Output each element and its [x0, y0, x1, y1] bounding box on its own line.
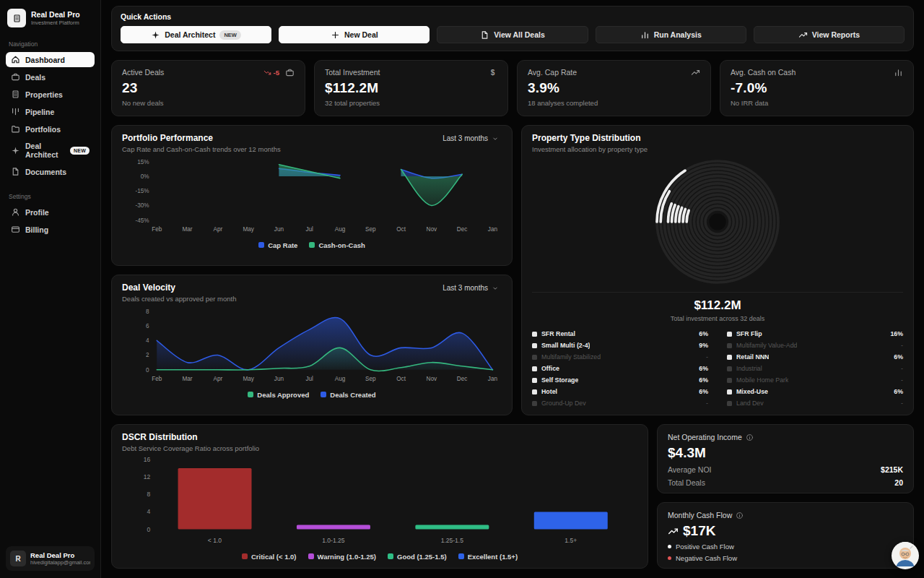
svg-text:15%: 15% [137, 159, 149, 165]
sidebar-user-card[interactable]: R Real Deal Pro hivedigitalapp@gmail.com [6, 546, 95, 571]
trend-up-icon [668, 526, 679, 537]
cashflow-legend-positive-cash-flow: Positive Cash Flow [668, 543, 903, 551]
sidebar-item-label: Portfolios [25, 125, 61, 134]
legend-swatch [242, 553, 248, 559]
property-legend-item-sfr-rental: SFR Rental6% [532, 328, 708, 340]
quick-action-label: View Reports [812, 30, 860, 39]
property-total-label: Total investment across 32 deals [532, 315, 903, 322]
svg-text:Dec: Dec [457, 226, 468, 233]
legend-swatch [727, 355, 732, 360]
stat-card-avg-cap-rate: Avg. Cap Rate 3.9% 18 analyses completed [517, 60, 711, 116]
portfolio-range-select[interactable]: Last 3 months [440, 133, 502, 144]
cashflow-panel: Monthly Cash Flow $17K Positive Cash Flo… [657, 502, 914, 569]
svg-text:Oct: Oct [396, 226, 406, 233]
barchart-icon [640, 30, 650, 40]
assistant-avatar-button[interactable] [892, 542, 919, 569]
sidebar-item-billing[interactable]: Billing [6, 222, 95, 237]
sidebar-item-portfolios[interactable]: Portfolios [6, 121, 95, 137]
quick-action-run-analysis[interactable]: Run Analysis [596, 26, 746, 43]
legend-swatch [532, 366, 537, 371]
info-icon [736, 512, 744, 519]
file-icon [480, 30, 489, 40]
quick-action-view-reports[interactable]: View Reports [754, 26, 905, 43]
legend-item-deals-created: Deals Created [321, 391, 375, 399]
quick-action-view-all-deals[interactable]: View All Deals [437, 26, 588, 43]
sidebar-item-dashboard[interactable]: Dashboard [6, 52, 95, 67]
svg-text:Apr: Apr [213, 376, 222, 382]
legend-swatch [727, 401, 732, 406]
velocity-range-select[interactable]: Last 3 months [440, 282, 502, 293]
plus-icon [331, 30, 340, 40]
svg-text:Jun: Jun [274, 376, 284, 382]
svg-text:May: May [243, 226, 254, 233]
stat-subtitle: 18 analyses completed [528, 99, 700, 107]
cashflow-title: Monthly Cash Flow [668, 511, 732, 519]
stats-row: Active Deals -5 23 No new deals Total In… [111, 60, 914, 116]
stat-subtitle: No IRR data [731, 99, 903, 107]
stat-card-avg-cash-on-cash: Avg. Cash on Cash -7.0% No IRR data [720, 60, 914, 116]
portfolio-subtitle: Cap Rate and Cash-on-Cash trends over 12… [122, 145, 281, 153]
svg-text:0: 0 [146, 367, 149, 374]
sidebar-item-properties[interactable]: Properties [6, 87, 95, 102]
chevron-down-icon [492, 135, 499, 142]
svg-text:6: 6 [146, 323, 149, 329]
portfolio-title: Portfolio Performance [122, 133, 281, 143]
legend-item-cash-on-cash: Cash-on-Cash [309, 241, 365, 249]
legend-item-critical-1-0: Critical (< 1.0) [242, 553, 297, 561]
legend-swatch [727, 343, 732, 348]
dscr-subtitle: Debt Service Coverage Ratio across portf… [122, 444, 259, 452]
legend-swatch [532, 401, 537, 406]
portfolio-range-label: Last 3 months [443, 134, 488, 142]
card-icon [11, 225, 20, 234]
property-legend-item-land-dev: Land Dev- [727, 397, 903, 409]
sidebar-item-pipeline[interactable]: Pipeline [6, 104, 95, 119]
svg-text:4: 4 [147, 508, 150, 515]
app-logo-icon [7, 9, 26, 27]
sidebar-item-label: Pipeline [25, 108, 54, 116]
user-avatar: R [10, 551, 26, 566]
svg-text:Sep: Sep [365, 376, 376, 382]
sidebar: Real Deal Pro Investment Platform Naviga… [0, 0, 101, 578]
sidebar-item-profile[interactable]: Profile [6, 204, 95, 220]
property-legend-item-multifamily-stabilized: Multifamily Stabilized- [532, 351, 708, 363]
noi-title: Net Operating Income [668, 433, 742, 441]
cashflow-value: $17K [683, 523, 715, 539]
sidebar-item-label: Deal Architect [25, 142, 65, 159]
quick-action-label: Run Analysis [654, 30, 702, 39]
quick-action-label: Deal Architect [165, 30, 215, 39]
legend-swatch [727, 366, 732, 371]
sidebar-item-documents[interactable]: Documents [6, 164, 95, 179]
svg-text:1.0-1.25: 1.0-1.25 [322, 537, 345, 544]
quick-action-new-deal[interactable]: New Deal [279, 26, 430, 43]
svg-text:2: 2 [146, 352, 149, 358]
user-icon [11, 207, 20, 217]
legend-swatch [248, 392, 253, 397]
velocity-title: Deal Velocity [122, 282, 236, 293]
stat-value: 3.9% [528, 80, 700, 96]
legend-swatch [309, 242, 315, 248]
property-legend-item-multifamily-value-add: Multifamily Value-Add- [727, 340, 903, 351]
svg-text:Jun: Jun [274, 226, 284, 233]
trend-up-icon [691, 68, 700, 77]
property-title: Property Type Distribution [532, 133, 648, 143]
sidebar-item-deals[interactable]: Deals [6, 69, 95, 85]
quick-action-deal-architect[interactable]: Deal Architect NEW [121, 26, 271, 43]
chevron-down-icon [492, 285, 499, 292]
building-icon [11, 90, 20, 99]
svg-text:1.5+: 1.5+ [565, 537, 577, 544]
dscr-title: DSCR Distribution [122, 432, 259, 442]
property-legend-item-retail-nnn: Retail NNN6% [727, 351, 903, 363]
property-distribution-chart [532, 156, 903, 288]
svg-text:Sep: Sep [365, 226, 376, 233]
noi-row-total-deals: Total Deals20 [668, 478, 903, 487]
svg-text:$: $ [491, 69, 495, 77]
svg-text:Jan: Jan [488, 376, 498, 382]
file-icon [11, 167, 20, 176]
svg-text:4: 4 [146, 337, 149, 344]
legend-item-deals-approved: Deals Approved [248, 391, 309, 399]
sparkle-icon [11, 146, 20, 155]
legend-swatch [532, 343, 537, 348]
legend-swatch [727, 332, 732, 337]
svg-text:0%: 0% [141, 173, 149, 180]
sidebar-item-deal-architect[interactable]: Deal Architect NEW [6, 139, 95, 162]
